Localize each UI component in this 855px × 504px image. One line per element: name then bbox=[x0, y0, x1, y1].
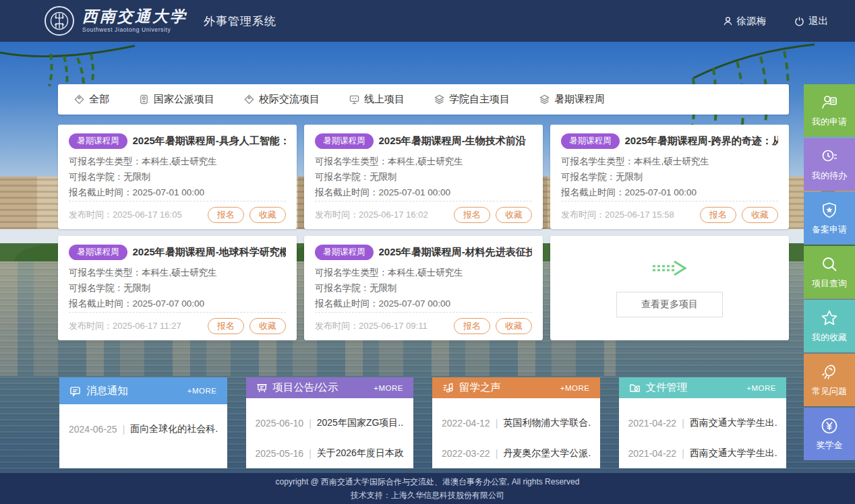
tab-label: 学院自主项目 bbox=[449, 93, 510, 106]
publish-label: 发布时间： bbox=[315, 210, 359, 220]
panel-title: 留学之声 bbox=[459, 381, 501, 395]
deadline-label: 报名截止时间： bbox=[69, 187, 133, 197]
student-type-value: 本科生,硕士研究生 bbox=[142, 156, 217, 166]
project-title[interactable]: 2025年暑期课程周-地球科学研究概论 bbox=[133, 246, 287, 259]
panel-more-link[interactable]: +MORE bbox=[560, 384, 590, 392]
top-navbar: 西南交通大学 Southwest Jiaotong University 外事管… bbox=[0, 0, 855, 42]
sidebar-item-label: 项目查询 bbox=[812, 278, 847, 290]
college-label: 可报名学院： bbox=[315, 283, 370, 293]
app-title: 外事管理系统 bbox=[204, 13, 276, 29]
favorite-button[interactable]: 收藏 bbox=[249, 207, 286, 223]
entry-title: 2025年国家ZG项目... bbox=[317, 417, 404, 429]
panel-more-link[interactable]: +MORE bbox=[374, 384, 403, 392]
panel-more-link[interactable]: +MORE bbox=[746, 384, 776, 392]
sidebar-item-my-applications[interactable]: 我的申请 bbox=[804, 84, 855, 137]
favorite-button[interactable]: 收藏 bbox=[496, 207, 532, 223]
publish-value: 2025-06-17 09:11 bbox=[359, 321, 428, 331]
notice-entry[interactable]: 2025-06-10 | 2025年国家ZG项目... bbox=[256, 408, 405, 438]
deadline-value: 2025-07-01 00:00 bbox=[379, 187, 451, 197]
favorite-button[interactable]: 收藏 bbox=[496, 318, 532, 334]
entry-title: 关于2026年度日本政... bbox=[317, 447, 404, 460]
project-card[interactable]: 暑期课程周 2025年暑期课程周-地球科学研究概论 可报名学生类型：本科生,硕士… bbox=[58, 236, 297, 340]
entry-separator: | bbox=[496, 448, 498, 459]
current-user[interactable]: 徐源梅 bbox=[723, 15, 767, 28]
tag-icon bbox=[244, 94, 254, 104]
quick-action-sidebar: 我的申请 我的待办 备案申请 项目查询 我的收藏 bbox=[804, 84, 855, 460]
sidebar-item-filing-application[interactable]: 备案申请 bbox=[804, 192, 855, 245]
tab-online-project[interactable]: 线上项目 bbox=[349, 93, 405, 106]
deadline-value: 2025-07-01 00:00 bbox=[133, 187, 205, 197]
apply-button[interactable]: 报名 bbox=[700, 207, 736, 223]
notice-entry[interactable]: 2021-04-22 | 西南交通大学学生出... bbox=[628, 408, 777, 438]
star-icon bbox=[821, 309, 838, 327]
tab-summer-course-week[interactable]: 暑期课程周 bbox=[539, 93, 605, 106]
project-title[interactable]: 2025年暑期课程周-材料先进表征技术... bbox=[379, 246, 533, 259]
student-type-value: 本科生,硕士研究生 bbox=[634, 156, 709, 166]
page: 西南交通大学 Southwest Jiaotong University 外事管… bbox=[0, 0, 855, 504]
view-more-card[interactable]: 查看更多项目 bbox=[550, 236, 789, 340]
notice-entry[interactable]: 2024-06-25 | 面向全球化的社会科... bbox=[69, 414, 218, 444]
project-card[interactable]: 暑期课程周 2025年暑期课程周-具身人工智能：虚... 可报名学生类型：本科生… bbox=[58, 125, 297, 229]
publish-label: 发布时间： bbox=[315, 321, 359, 331]
tab-college-independent[interactable]: 学院自主项目 bbox=[434, 93, 510, 106]
favorite-button[interactable]: 收藏 bbox=[249, 318, 286, 334]
project-card[interactable]: 暑期课程周 2025年暑期课程周-生物技术前沿 可报名学生类型：本科生,硕士研究… bbox=[304, 125, 543, 229]
panel-more-link[interactable]: +MORE bbox=[187, 387, 217, 395]
project-title[interactable]: 2025年暑期课程周-具身人工智能：虚... bbox=[133, 135, 287, 148]
entry-title: 丹麦奥尔堡大学公派... bbox=[503, 447, 590, 460]
entry-title: 英国利物浦大学联合... bbox=[503, 417, 590, 429]
clock-list-icon bbox=[821, 148, 838, 165]
university-name-zh: 西南交通大学 bbox=[82, 9, 187, 25]
notice-entry[interactable]: 2022-04-12 | 英国利物浦大学联合... bbox=[442, 408, 591, 438]
sidebar-item-faq[interactable]: 常见问题 bbox=[804, 354, 855, 406]
student-type-label: 可报名学生类型： bbox=[315, 156, 388, 166]
deadline-label: 报名截止时间： bbox=[315, 187, 379, 197]
sidebar-item-project-search[interactable]: 项目查询 bbox=[804, 246, 855, 298]
college-label: 可报名学院： bbox=[69, 283, 123, 293]
project-title[interactable]: 2025年暑期课程周-跨界的奇迹：从民... bbox=[625, 135, 779, 148]
university-logo-icon bbox=[45, 6, 74, 36]
college-value: 无限制 bbox=[370, 283, 397, 293]
navbar-actions: 徐源梅 退出 bbox=[723, 15, 829, 28]
publish-label: 发布时间： bbox=[561, 210, 605, 220]
student-type-label: 可报名学生类型： bbox=[315, 267, 388, 278]
apply-button[interactable]: 报名 bbox=[454, 207, 490, 223]
favorite-button[interactable]: 收藏 bbox=[742, 207, 778, 223]
notice-entry[interactable]: 2025-05-16 | 关于2026年度日本政... bbox=[256, 438, 405, 468]
layers-icon bbox=[434, 94, 444, 104]
logout-button[interactable]: 退出 bbox=[794, 15, 828, 28]
folder-gear-icon bbox=[629, 382, 641, 393]
apply-button[interactable]: 报名 bbox=[208, 318, 244, 334]
tab-inter-school-exchange[interactable]: 校际交流项目 bbox=[244, 93, 320, 106]
apply-button[interactable]: 报名 bbox=[454, 318, 490, 334]
tab-label: 暑期课程周 bbox=[554, 93, 605, 106]
monitor-icon bbox=[349, 94, 359, 104]
tab-all[interactable]: 全部 bbox=[74, 93, 109, 106]
project-card[interactable]: 暑期课程周 2025年暑期课程周-材料先进表征技术... 可报名学生类型：本科生… bbox=[304, 236, 543, 340]
sidebar-item-my-favorites[interactable]: 我的收藏 bbox=[804, 300, 855, 352]
publish-label: 发布时间： bbox=[69, 210, 113, 220]
college-value: 无限制 bbox=[123, 283, 151, 293]
publish-value: 2025-06-17 15:58 bbox=[605, 210, 674, 220]
deadline-label: 报名截止时间： bbox=[561, 187, 625, 197]
project-category-badge: 暑期课程周 bbox=[69, 133, 127, 149]
search-icon bbox=[821, 255, 838, 273]
panel-project-announcements: 项目公告/公示 +MORE 2025-06-10 | 2025年国家ZG项目..… bbox=[246, 377, 414, 468]
project-title[interactable]: 2025年暑期课程周-生物技术前沿 bbox=[379, 135, 526, 148]
sidebar-item-my-todos[interactable]: 我的待办 bbox=[804, 138, 855, 191]
project-card[interactable]: 暑期课程周 2025年暑期课程周-跨界的奇迹：从民... 可报名学生类型：本科生… bbox=[550, 125, 789, 229]
sidebar-item-label: 奖学金 bbox=[817, 439, 843, 451]
entry-date: 2025-05-16 bbox=[256, 448, 304, 459]
notice-entry[interactable]: 2021-04-22 | 西南交通大学学生出... bbox=[628, 438, 777, 468]
sidebar-item-scholarship[interactable]: 奖学金 bbox=[804, 408, 855, 460]
apply-button[interactable]: 报名 bbox=[208, 207, 244, 223]
page-footer: copyright @ 西南交通大学国际合作与交流处、港澳台事务办公室, All… bbox=[0, 473, 855, 504]
deadline-value: 2025-07-07 00:00 bbox=[133, 298, 205, 309]
entry-title: 西南交通大学学生出... bbox=[690, 447, 777, 460]
footer-tech-support: 技术支持：上海久华信息科技股份有限公司 bbox=[351, 490, 504, 501]
tab-label: 校际交流项目 bbox=[259, 93, 320, 106]
college-label: 可报名学院： bbox=[315, 172, 370, 182]
view-more-projects-button[interactable]: 查看更多项目 bbox=[616, 292, 723, 317]
notice-entry[interactable]: 2022-03-22 | 丹麦奥尔堡大学公派... bbox=[442, 438, 591, 468]
tab-state-sponsored[interactable]: 国家公派项目 bbox=[139, 93, 214, 106]
